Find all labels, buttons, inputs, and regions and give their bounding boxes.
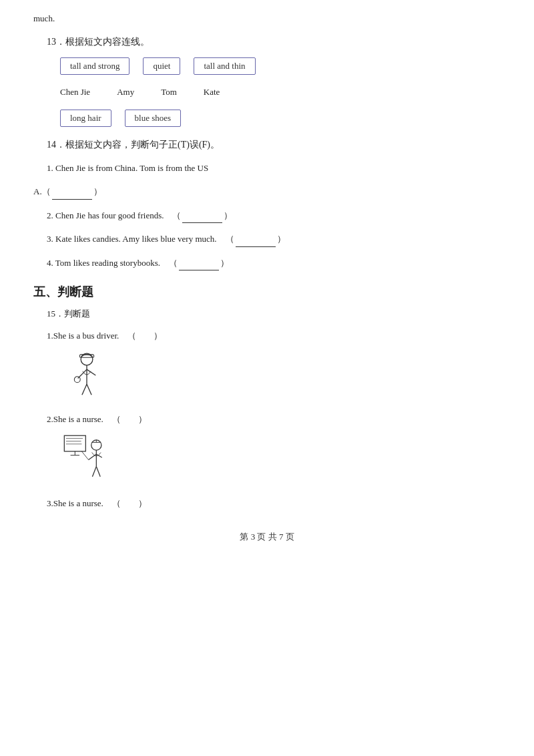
teacher-svg xyxy=(60,433,113,486)
name-tom: Tom xyxy=(161,87,177,98)
bus-driver-svg xyxy=(60,349,113,402)
section-14: 14．根据短文内容，判断句子正(T)误(F)。 1. Chen Jie is f… xyxy=(33,139,501,270)
q14-item-3: 3. Kate likes candies. Amy likes blue ve… xyxy=(47,231,501,246)
judge-q3-text: 3.She is a nurse. （ ） xyxy=(47,496,501,511)
svg-line-10 xyxy=(81,451,88,460)
q14-a-text: A.（） xyxy=(33,184,501,199)
q14-text-4: 4. Tom likes reading storybooks. （） xyxy=(47,255,501,270)
judge-item-3: 3.She is a nurse. （ ） xyxy=(33,496,501,511)
q14-item-1: 1. Chen Jie is from China. Tom is from t… xyxy=(47,160,501,176)
names-row: Chen Jie Amy Tom Kate xyxy=(60,87,501,98)
q13-label: 13．根据短文内容连线。 xyxy=(47,36,501,48)
judge-item-1: 1.She is a bus driver. （ ） xyxy=(33,328,501,402)
name-amy: Amy xyxy=(117,87,134,98)
judge-q2-text: 2.She is a nurse. （ ） xyxy=(47,411,501,427)
figure-bus-driver xyxy=(60,349,113,402)
figure-teacher xyxy=(60,433,113,486)
name-chen-jie: Chen Jie xyxy=(60,87,90,98)
q14-item-4: 4. Tom likes reading storybooks. （） xyxy=(47,255,501,270)
q14-text-2: 2. Chen Jie has four good friends. （） xyxy=(47,208,501,223)
section-5: 五、判断题 15．判断题 1.She is a bus driver. （ ） xyxy=(33,284,501,511)
section-5-heading: 五、判断题 xyxy=(33,284,501,300)
tag-tall-and-thin: tall and thin xyxy=(194,57,255,75)
name-kate: Kate xyxy=(204,87,220,98)
q14-label: 14．根据短文内容，判断句子正(T)误(F)。 xyxy=(47,139,501,151)
tag-tall-and-strong: tall and strong xyxy=(60,57,129,75)
svg-point-0 xyxy=(81,353,93,365)
svg-rect-3 xyxy=(64,435,85,451)
q15-label: 15．判断题 xyxy=(47,308,501,320)
intro-text: much. xyxy=(33,13,501,24)
svg-point-2 xyxy=(74,377,80,383)
judge-item-2: 2.She is a nurse. （ ） xyxy=(33,411,501,486)
tag-quiet: quiet xyxy=(143,57,180,75)
q14-text-1: 1. Chen Jie is from China. Tom is from t… xyxy=(47,160,501,176)
tag-blue-shoes: blue shoes xyxy=(125,110,182,127)
page-footer: 第 3 页 共 7 页 xyxy=(33,531,501,543)
q14-item-a: A.（） xyxy=(33,184,501,199)
tag-long-hair: long hair xyxy=(60,110,111,127)
q14-item-2: 2. Chen Jie has four good friends. （） xyxy=(47,208,501,223)
tags-row-2: long hair blue shoes xyxy=(60,110,501,127)
tags-row-1: tall and strong quiet tall and thin xyxy=(60,57,501,75)
q14-text-3: 3. Kate likes candies. Amy likes blue ve… xyxy=(47,231,501,246)
section-13: 13．根据短文内容连线。 tall and strong quiet tall … xyxy=(33,36,501,127)
judge-q1-text: 1.She is a bus driver. （ ） xyxy=(47,328,501,343)
